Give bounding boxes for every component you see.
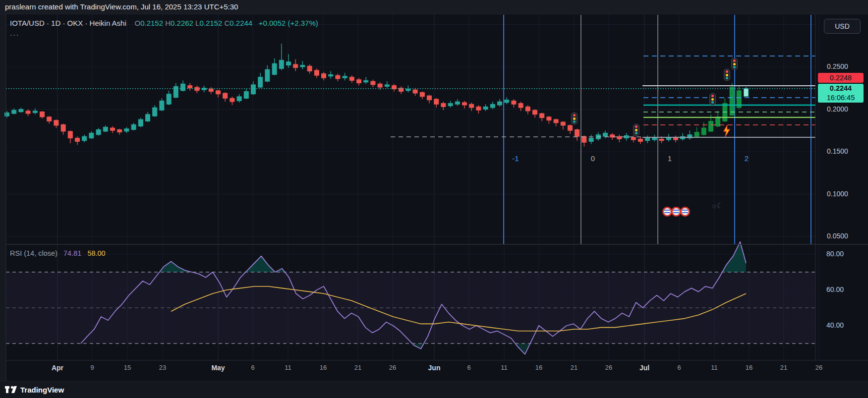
lightning-emoji (722, 124, 731, 137)
time-axis-label[interactable]: 16 (535, 364, 542, 371)
ohlc-values: O0.2152 H0.2262 L0.2152 C0.2244 (134, 19, 254, 27)
cycle-line-label: -1 (512, 154, 519, 163)
time-axis-label[interactable]: 15 (124, 364, 131, 371)
time-axis-label[interactable]: 16 (320, 364, 327, 371)
watermark-text: praslearn created with TradingView.com, … (5, 2, 238, 11)
cycle-line-label: 1 (668, 154, 672, 163)
time-axis-label[interactable]: 9 (90, 364, 94, 371)
bar-countdown: 16:06:45 (818, 93, 864, 103)
rsi-axis-label[interactable]: 40.00 (826, 321, 844, 329)
traffic-light-emoji (633, 124, 639, 136)
price-axis-label[interactable]: 0.1500 (827, 147, 848, 155)
price-axis-label[interactable]: 0.2000 (827, 105, 848, 113)
striped-circle-emoji (671, 207, 681, 217)
high-price-badge: 0.2248 (818, 73, 864, 83)
traffic-light-emoji (709, 93, 716, 105)
time-axis-label[interactable]: 11 (501, 364, 508, 371)
symbol-legend[interactable]: IOTA/USD · 1D · OKX · Heikin Ashi O0.215… (10, 19, 318, 27)
traffic-light-emoji (724, 69, 730, 81)
tradingview-logo-text: TradingView (20, 386, 64, 394)
time-axis-label[interactable]: 26 (815, 364, 822, 371)
ohlc-key: O (134, 19, 140, 27)
last-price-badge: 0.2244 16:06:45 (818, 84, 864, 103)
ohlc-key: C (224, 19, 230, 27)
tradingview-logo[interactable]: TradingView (5, 385, 64, 395)
bottom-toolbar: TradingView (0, 382, 868, 398)
chart-canvas[interactable] (0, 0, 868, 398)
price-axis-label[interactable]: 0.0500 (827, 232, 848, 240)
time-axis-label[interactable]: 26 (389, 364, 396, 371)
price-axis-label[interactable]: 0.2500 (827, 62, 848, 70)
price-axis-label[interactable]: 0.1000 (827, 190, 848, 198)
time-axis-label[interactable]: May (211, 364, 225, 372)
cycle-line-label: 0 (591, 154, 595, 163)
time-axis-label[interactable]: 26 (605, 364, 612, 371)
time-axis-label[interactable]: 6 (467, 364, 470, 371)
time-axis-label[interactable]: Apr (52, 364, 63, 372)
time-axis-label[interactable]: 6 (677, 364, 681, 371)
ohlc-value: 0.2152 (199, 19, 224, 27)
time-axis-label[interactable]: Jun (428, 364, 441, 372)
day-night-icon: ☼☾ (711, 201, 722, 210)
symbol-title[interactable]: IOTA/USD · 1D · OKX · Heikin Ashi (10, 19, 126, 27)
rsi-legend[interactable]: RSI (14, close) 74.81 58.00 (10, 249, 106, 257)
change-value: +0.0052 (+2.37%) (259, 19, 318, 27)
last-price-value: 0.2244 (818, 84, 864, 93)
time-axis-label[interactable]: 23 (159, 364, 166, 371)
time-axis-label[interactable]: 21 (780, 364, 787, 371)
traffic-light-emoji (731, 58, 738, 70)
watermark-bar: praslearn created with TradingView.com, … (0, 0, 868, 14)
time-axis-label[interactable]: 11 (711, 364, 718, 371)
time-axis-label[interactable]: 21 (571, 364, 578, 371)
rsi-axis-label[interactable]: 80.00 (826, 250, 844, 258)
tradingview-window: praslearn created with TradingView.com, … (0, 0, 868, 398)
cycle-line-label: 2 (745, 154, 749, 163)
rsi-ma-value: 58.00 (87, 249, 105, 257)
ohlc-value: 0.2152 (140, 19, 165, 27)
rsi-axis-label[interactable]: 60.00 (826, 285, 844, 293)
traffic-light-emoji (571, 113, 578, 124)
time-axis-label[interactable]: 6 (251, 364, 254, 371)
rsi-params: (14, close) (24, 249, 58, 257)
time-axis-label[interactable]: 21 (354, 364, 361, 371)
rsi-value: 74.81 (63, 249, 81, 257)
tradingview-logo-icon (5, 385, 17, 395)
ohlc-value: 0.2244 (230, 19, 254, 27)
striped-circle-emoji (662, 207, 672, 217)
ohlc-key: H (165, 19, 171, 27)
currency-toggle-button[interactable]: USD (824, 19, 861, 34)
ohlc-value: 0.2262 (171, 19, 195, 27)
time-axis-label[interactable]: 11 (285, 364, 291, 371)
legend-more-button[interactable]: ... (10, 29, 19, 38)
time-axis-label[interactable]: 16 (746, 364, 752, 371)
rsi-title[interactable]: RSI (10, 249, 22, 257)
time-axis-label[interactable]: Jul (639, 364, 649, 372)
striped-circle-emoji (680, 207, 690, 217)
